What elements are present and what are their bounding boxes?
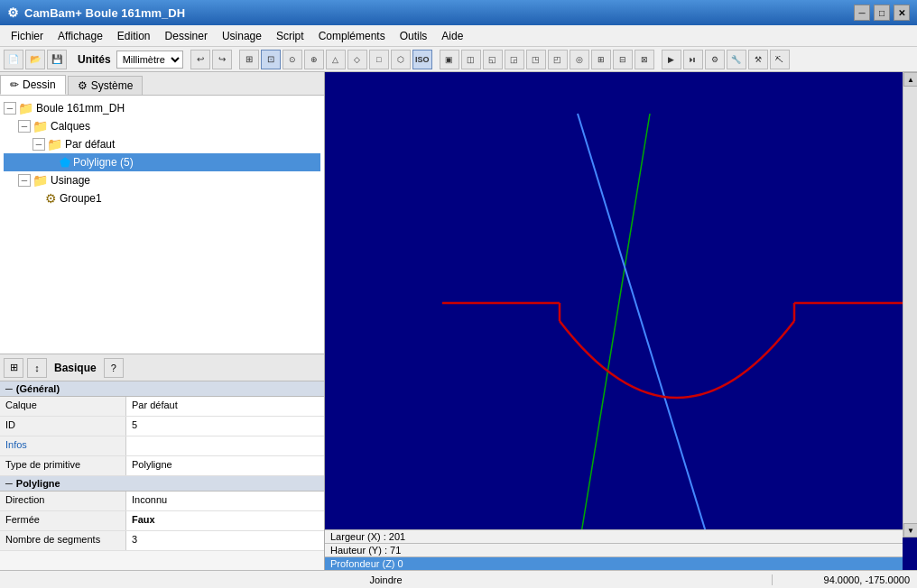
view10-button[interactable]: ⊠ [634,50,654,69]
canvas-svg [325,72,917,570]
collapse-polyligne-icon[interactable]: ─ [5,478,13,489]
tree-root-label: Boule 161mm_DH [36,102,125,115]
view8-button[interactable]: ⊞ [591,50,611,69]
maximize-button[interactable]: □ [874,5,890,21]
menu-item-fichier[interactable]: Fichier [4,28,51,44]
snap6-button[interactable]: ⬡ [391,50,411,69]
minimize-button[interactable]: ─ [854,5,870,21]
undo-button[interactable]: ↩ [190,50,210,69]
canvas-depth-label: Profondeur (Z) 0 [330,558,403,569]
expand-root[interactable]: ─ [4,102,16,115]
prop-key-infos: Infos [0,436,126,455]
prop-key-calque: Calque [0,397,126,416]
grid-toggle-button[interactable]: ⊞ [239,50,259,69]
props-icon-button[interactable]: ⊞ [4,358,23,378]
menu-item-usinage[interactable]: Usinage [215,28,269,44]
close-button[interactable]: ✕ [894,5,910,21]
tree-usinage-label: Usinage [51,174,90,187]
menu-item-edition[interactable]: Edition [110,28,158,44]
tab-systeme-label: Système [91,79,134,92]
cam3-button[interactable]: ⚙ [705,50,725,69]
save-button[interactable]: 💾 [47,50,67,69]
snap-toggle-button[interactable]: ⊡ [261,50,281,69]
expand-pardefaut[interactable]: ─ [32,138,45,151]
menu-item-dessiner[interactable]: Dessiner [158,28,215,44]
snap5-button[interactable]: □ [369,50,389,69]
canvas-height-label: Hauteur (Y) : 71 [330,545,401,556]
folder-open-icon: 📁 [18,101,33,115]
prop-val-segments[interactable]: 3 [126,531,324,550]
prop-val-fermee[interactable]: Faux [126,511,324,530]
snap1-button[interactable]: ⊙ [283,50,302,69]
section-polyligne-label: Polyligne [16,478,60,489]
cam5-button[interactable]: ⚒ [748,50,768,69]
window-controls: ─ □ ✕ [854,5,910,21]
menu-item-outils[interactable]: Outils [393,28,435,44]
view-iso-button[interactable]: ISO [412,50,432,69]
tree-root[interactable]: ─ 📁 Boule 161mm_DH [4,99,320,117]
expand-calques[interactable]: ─ [18,120,31,133]
prop-key-fermee: Fermée [0,511,126,530]
prop-val-calque[interactable]: Par défaut [126,397,324,416]
tab-systeme[interactable]: ⚙ Système [68,76,144,95]
menu-item-compléments[interactable]: Compléments [311,28,393,44]
canvas-area[interactable]: Largeur (X) : 201 Hauteur (Y) : 71 Profo… [325,72,917,570]
snap3-button[interactable]: △ [326,50,346,69]
cam1-button[interactable]: ▶ [662,50,681,69]
props-toolbar: ⊞ ↕ Basique ? [0,354,324,381]
view4-button[interactable]: ◲ [505,50,524,69]
expand-usinage[interactable]: ─ [18,174,31,187]
prop-val-id[interactable]: 5 [126,417,324,436]
help-icon-button[interactable]: ? [104,358,124,378]
collapse-general-icon[interactable]: ─ [5,383,13,394]
tree-calques[interactable]: ─ 📁 Calques [4,117,320,135]
canvas-info: Largeur (X) : 201 Hauteur (Y) : 71 Profo… [325,529,903,570]
tree-pardefaut[interactable]: ─ 📁 Par défaut [4,135,320,153]
redo-button[interactable]: ↪ [212,50,232,69]
tree-groupe1-label: Groupe1 [60,192,102,205]
prop-val-direction[interactable]: Inconnu [126,492,324,510]
tree-groupe1[interactable]: ⚙ Groupe1 [4,189,320,207]
cam6-button[interactable]: ⛏ [770,50,790,69]
view2-button[interactable]: ◫ [461,50,481,69]
view7-button[interactable]: ◎ [570,50,589,69]
toolbar: 📄 📂 💾 Unités Millimètre ↩ ↪ ⊞ ⊡ ⊙ ⊕ △ ◇ … [0,47,917,72]
menu-item-script[interactable]: Script [269,28,311,44]
units-label: Unités [78,53,111,66]
snap2-button[interactable]: ⊕ [304,50,324,69]
view3-button[interactable]: ◱ [483,50,503,69]
new-button[interactable]: 📄 [4,50,23,69]
groupe-icon: ⚙ [45,191,57,206]
prop-row-infos: Infos [0,436,324,456]
units-select[interactable]: Millimètre [116,51,183,69]
cam2-button[interactable]: ⏯ [683,50,703,69]
section-general-header: ─ (Général) [0,381,324,397]
title-area: ⚙ CamBam+ Boule 161mm_DH [7,5,185,20]
tree-usinage[interactable]: ─ 📁 Usinage [4,171,320,189]
menu-item-aide[interactable]: Aide [434,28,470,44]
view6-button[interactable]: ◰ [548,50,568,69]
tab-dessin[interactable]: ✏ Dessin [0,75,66,95]
sort-icon-button[interactable]: ↕ [27,358,47,378]
view9-button[interactable]: ⊟ [613,50,633,69]
view1-button[interactable]: ▣ [440,50,459,69]
prop-row-calque: Calque Par défaut [0,397,324,417]
canvas-scrollbar[interactable]: ▲ ▼ [903,72,917,537]
tree-polyligne[interactable]: ⬟ Polyligne (5) [4,153,320,171]
svg-line-1 [578,114,713,556]
prop-row-type: Type de primitive Polyligne [0,456,324,476]
prop-val-infos[interactable] [126,436,324,455]
view5-button[interactable]: ◳ [526,50,546,69]
window-title: CamBam+ Boule 161mm_DH [24,6,185,20]
scroll-up-button[interactable]: ▲ [903,72,917,87]
main-area: ✏ Dessin ⚙ Système ─ 📁 Boule 161mm_DH ─ … [0,72,917,570]
props-basique-label: Basique [54,362,97,374]
snap4-button[interactable]: ◇ [347,50,367,69]
prop-val-type[interactable]: Polyligne [126,456,324,475]
canvas-width-label: Largeur (X) : 201 [330,531,405,542]
menu-item-affichage[interactable]: Affichage [51,28,110,44]
open-button[interactable]: 📂 [25,50,45,69]
scroll-down-button[interactable]: ▼ [903,523,917,537]
cam4-button[interactable]: 🔧 [727,50,746,69]
prop-row-fermee: Fermée Faux [0,511,324,531]
